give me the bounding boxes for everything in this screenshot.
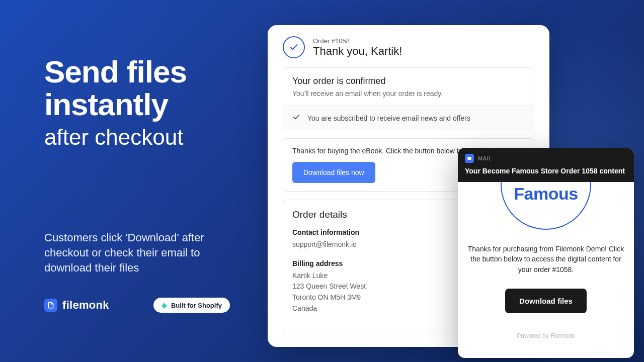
gem-icon: ◆: [162, 301, 167, 309]
filemonk-logo-icon: [44, 299, 57, 312]
headline: Send files instantly: [44, 55, 235, 121]
confirmation-box: Your order is confirmed You'll receive a…: [283, 67, 534, 130]
brand-name: filemonk: [62, 299, 109, 312]
subheadline: after checkout: [44, 125, 235, 150]
subscribe-row: You are subscribed to receive email news…: [283, 106, 534, 130]
email-notification-card: MAIL Your Become Famous Store Order 1058…: [458, 148, 634, 358]
mail-app-label: MAIL: [478, 155, 492, 161]
confirm-title: Your order is confirmed: [292, 76, 525, 86]
email-body: Famous Thanks for purchasing from Filemo…: [458, 182, 634, 349]
thank-you-row: Order #1058 Thank you, Kartik!: [283, 36, 534, 58]
check-icon: [292, 113, 300, 123]
confirm-subtext: You'll receive an email when your order …: [292, 89, 525, 98]
thank-you-text: Thank you, Kartik!: [313, 45, 402, 58]
checkmark-circle-icon: [283, 36, 305, 58]
order-number: Order #1058: [313, 37, 402, 45]
email-header: MAIL Your Become Famous Store Order 1058…: [458, 148, 634, 182]
mail-app-icon: [465, 154, 474, 163]
brand-row: filemonk ◆ Built for Shopify: [44, 298, 230, 313]
subscribe-message: You are subscribed to receive email news…: [307, 114, 470, 122]
store-logo-text: Famous: [514, 184, 578, 204]
email-subject: Your Become Famous Store Order 1058 cont…: [465, 167, 627, 175]
svg-rect-0: [467, 157, 471, 160]
marketing-copy: Send files instantly after checkout Cust…: [44, 55, 235, 275]
email-message: Thanks for purchasing from Filemonk Demo…: [467, 244, 625, 275]
email-download-button[interactable]: Download files: [505, 289, 587, 313]
download-files-button[interactable]: Download files now: [292, 162, 375, 183]
built-for-shopify-badge: ◆ Built for Shopify: [153, 298, 230, 313]
filemonk-brand: filemonk: [44, 299, 109, 312]
store-logo: Famous: [501, 182, 591, 230]
description: Customers click 'Download' after checkou…: [44, 230, 235, 275]
shopify-badge-label: Built for Shopify: [171, 302, 222, 309]
powered-by: Powered by Filemonk: [467, 332, 625, 339]
